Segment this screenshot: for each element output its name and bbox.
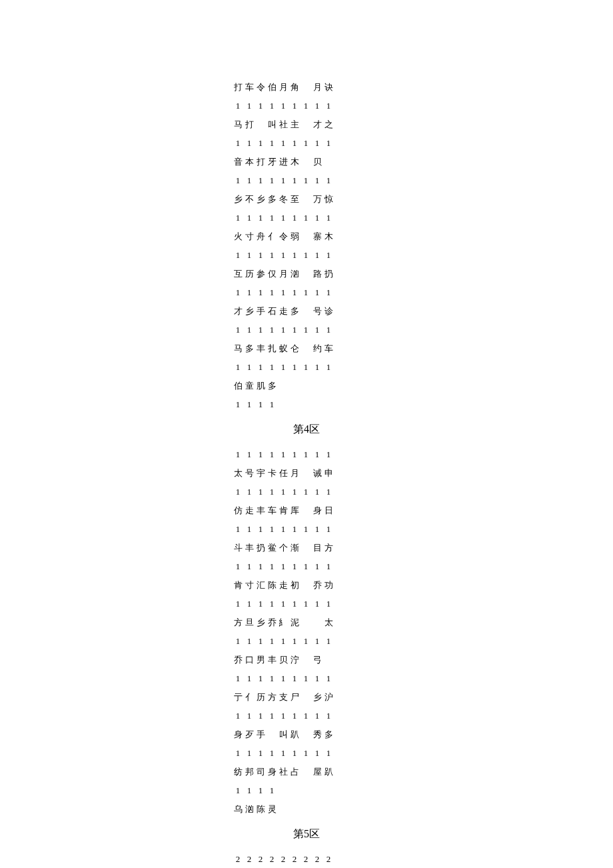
char-row: 方旦乡乔糹泥太 bbox=[233, 609, 380, 627]
number-row-cell: 1 bbox=[324, 325, 333, 335]
char-row-cell: 身 bbox=[312, 506, 322, 515]
number-row-cell: 1 bbox=[245, 599, 254, 609]
number-row-cell: 1 bbox=[256, 749, 265, 758]
number-row: 111111111 bbox=[233, 279, 380, 297]
char-row-cell: 参 bbox=[256, 269, 265, 279]
char-row-cell: 糹 bbox=[279, 618, 288, 627]
sections-container: 打车令伯月角月诀111111111马打叫社主才之111111111音本打牙进木贝… bbox=[233, 73, 380, 868]
char-row-cell: 口 bbox=[245, 655, 254, 665]
char-row-cell: 仿 bbox=[233, 506, 243, 515]
char-row-cell: 多 bbox=[267, 195, 277, 204]
char-row: 纺邦司身社占屋趴 bbox=[233, 758, 380, 777]
number-row-cell: 1 bbox=[267, 674, 277, 683]
char-row-cell: 厍 bbox=[290, 506, 299, 515]
section-block: 打车令伯月角月诀111111111马打叫社主才之111111111音本打牙进木贝… bbox=[233, 73, 380, 409]
number-row-cell: 1 bbox=[290, 213, 299, 223]
number-row-cell: 1 bbox=[290, 450, 299, 459]
number-row-cell: 1 bbox=[312, 487, 322, 497]
char-row-cell: 扔 bbox=[324, 269, 333, 279]
char-row-cell: 乌 bbox=[233, 805, 243, 814]
number-row: 111111111 bbox=[233, 241, 380, 260]
number-row-cell: 1 bbox=[256, 400, 265, 409]
char-row-cell: 邦 bbox=[245, 767, 254, 777]
char-row-cell: 斗 bbox=[233, 543, 243, 553]
number-row-cell: 2 bbox=[324, 855, 333, 864]
number-row-cell: 1 bbox=[290, 363, 299, 372]
char-row-cell: 冬 bbox=[279, 195, 288, 204]
number-row-cell: 1 bbox=[256, 363, 265, 372]
number-row-cell: 1 bbox=[324, 487, 333, 497]
number-row-cell: 1 bbox=[290, 487, 299, 497]
char-row-cell: 个 bbox=[279, 543, 288, 553]
char-row-cell: 初 bbox=[290, 581, 299, 590]
char-row-cell: 方 bbox=[267, 693, 277, 702]
char-row-cell: 令 bbox=[256, 83, 265, 92]
number-row-cell: 1 bbox=[245, 749, 254, 758]
char-row-cell: 身 bbox=[267, 767, 277, 777]
char-row-cell: 贝 bbox=[312, 157, 322, 167]
number-row-cell: 1 bbox=[312, 599, 322, 609]
char-row-cell: 打 bbox=[256, 157, 265, 167]
number-row-cell: 1 bbox=[312, 288, 322, 297]
number-row-cell: 2 bbox=[312, 855, 322, 864]
number-row-cell: 1 bbox=[324, 674, 333, 683]
char-row-cell: 沪 bbox=[324, 693, 333, 702]
number-row-cell: 1 bbox=[267, 139, 277, 148]
char-row-cell: 亍 bbox=[233, 693, 243, 702]
number-row-cell: 1 bbox=[267, 363, 277, 372]
char-row-cell: 车 bbox=[267, 506, 277, 515]
number-row-cell: 1 bbox=[256, 599, 265, 609]
number-row-cell: 1 bbox=[279, 487, 288, 497]
number-row-cell: 1 bbox=[312, 562, 322, 571]
number-row-cell: 1 bbox=[312, 674, 322, 683]
number-row-cell: 1 bbox=[256, 176, 265, 185]
char-row: 马多丰扎蚁仑约车 bbox=[233, 335, 380, 353]
number-row-cell: 1 bbox=[301, 101, 310, 111]
char-row-cell: 诀 bbox=[324, 83, 333, 92]
number-row-cell: 1 bbox=[290, 139, 299, 148]
char-row-cell: 丰 bbox=[245, 543, 254, 553]
number-row-cell: 1 bbox=[256, 325, 265, 335]
number-row: 1111 bbox=[233, 777, 380, 795]
number-row-cell: 1 bbox=[245, 101, 254, 111]
number-row-cell: 1 bbox=[245, 325, 254, 335]
number-row-cell: 1 bbox=[279, 288, 288, 297]
number-row-cell: 1 bbox=[301, 139, 310, 148]
char-row-cell: 角 bbox=[290, 83, 299, 92]
char-row-cell: 路 bbox=[312, 269, 322, 279]
number-row: 111111111 bbox=[233, 167, 380, 185]
number-row-cell: 1 bbox=[290, 325, 299, 335]
number-row-cell: 1 bbox=[233, 786, 243, 795]
number-row-cell: 1 bbox=[312, 251, 322, 260]
number-row: 111111111 bbox=[233, 665, 380, 683]
number-row-cell: 1 bbox=[233, 213, 243, 223]
char-row-cell: 马 bbox=[233, 120, 243, 129]
number-row: 111111111 bbox=[233, 553, 380, 571]
char-row-cell: 乔 bbox=[312, 581, 322, 590]
number-row-cell: 1 bbox=[324, 525, 333, 534]
char-row-cell: 旦 bbox=[245, 618, 254, 627]
number-row-cell: 1 bbox=[245, 176, 254, 185]
number-row-cell: 1 bbox=[233, 363, 243, 372]
number-row-cell: 1 bbox=[290, 711, 299, 721]
char-row-cell: 寸 bbox=[245, 581, 254, 590]
number-row-cell: 1 bbox=[233, 599, 243, 609]
char-row-cell: 乡 bbox=[245, 307, 254, 316]
number-row-cell: 1 bbox=[279, 251, 288, 260]
number-row-cell: 1 bbox=[267, 176, 277, 185]
char-row-cell: 至 bbox=[290, 195, 299, 204]
number-row-cell: 1 bbox=[301, 363, 310, 372]
number-row-cell: 1 bbox=[290, 288, 299, 297]
char-row-cell: 司 bbox=[256, 767, 265, 777]
char-row-cell: 乡 bbox=[256, 618, 265, 627]
number-row-cell: 1 bbox=[290, 176, 299, 185]
char-row-cell: 月 bbox=[290, 469, 299, 478]
number-row-cell: 1 bbox=[256, 562, 265, 571]
number-row-cell: 1 bbox=[324, 711, 333, 721]
char-row-cell: 惊 bbox=[324, 195, 333, 204]
number-row-cell: 1 bbox=[312, 101, 322, 111]
char-row-cell: 伯 bbox=[267, 83, 277, 92]
char-row-cell: 纺 bbox=[233, 767, 243, 777]
number-row-cell: 1 bbox=[245, 288, 254, 297]
char-row-cell: 尸 bbox=[290, 693, 299, 702]
